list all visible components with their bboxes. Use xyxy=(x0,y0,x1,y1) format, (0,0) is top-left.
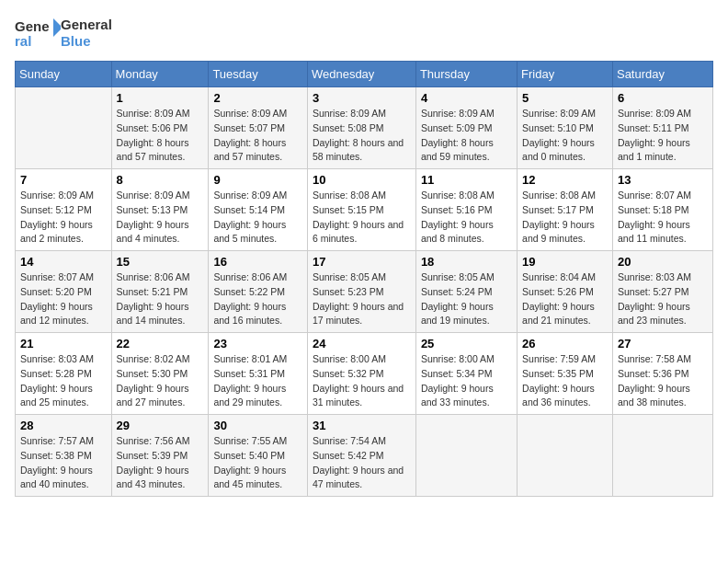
header-cell-monday: Monday xyxy=(111,62,209,87)
day-info: Sunrise: 8:08 AMSunset: 5:16 PMDaylight:… xyxy=(421,189,512,247)
day-number: 2 xyxy=(213,91,302,105)
week-row-2: 7Sunrise: 8:09 AMSunset: 5:12 PMDaylight… xyxy=(16,169,713,251)
day-cell xyxy=(612,415,712,497)
day-cell: 5Sunrise: 8:09 AMSunset: 5:10 PMDaylight… xyxy=(518,87,613,169)
day-cell: 3Sunrise: 8:09 AMSunset: 5:08 PMDaylight… xyxy=(307,87,415,169)
day-info: Sunrise: 8:03 AMSunset: 5:28 PMDaylight:… xyxy=(20,352,107,410)
day-number: 13 xyxy=(618,173,708,187)
day-number: 31 xyxy=(313,419,411,432)
header-cell-tuesday: Tuesday xyxy=(209,62,308,87)
day-info: Sunrise: 8:05 AMSunset: 5:24 PMDaylight:… xyxy=(421,270,512,328)
calendar-body: 1Sunrise: 8:09 AMSunset: 5:06 PMDaylight… xyxy=(16,87,713,497)
day-number: 24 xyxy=(313,337,411,350)
day-cell: 31Sunrise: 7:54 AMSunset: 5:42 PMDayligh… xyxy=(307,415,415,497)
day-number: 7 xyxy=(20,173,107,187)
page-header: Gene ral GeneralBlue xyxy=(15,15,713,52)
header-cell-sunday: Sunday xyxy=(16,62,112,87)
day-cell: 12Sunrise: 8:08 AMSunset: 5:17 PMDayligh… xyxy=(518,169,613,251)
day-number: 25 xyxy=(421,337,512,350)
day-number: 21 xyxy=(20,337,107,350)
day-info: Sunrise: 8:03 AMSunset: 5:27 PMDaylight:… xyxy=(618,270,708,328)
day-info: Sunrise: 8:07 AMSunset: 5:20 PMDaylight:… xyxy=(20,270,107,328)
day-cell: 30Sunrise: 7:55 AMSunset: 5:40 PMDayligh… xyxy=(209,415,308,497)
logo-svg: Gene ral xyxy=(15,15,61,52)
day-cell: 4Sunrise: 8:09 AMSunset: 5:09 PMDaylight… xyxy=(415,87,517,169)
day-cell: 20Sunrise: 8:03 AMSunset: 5:27 PMDayligh… xyxy=(612,251,712,333)
day-number: 22 xyxy=(117,337,204,350)
day-number: 11 xyxy=(421,173,512,187)
day-info: Sunrise: 7:55 AMSunset: 5:40 PMDaylight:… xyxy=(213,434,302,492)
day-number: 12 xyxy=(522,173,608,187)
day-info: Sunrise: 8:08 AMSunset: 5:15 PMDaylight:… xyxy=(313,189,411,247)
day-cell: 25Sunrise: 8:00 AMSunset: 5:34 PMDayligh… xyxy=(415,333,517,415)
day-cell: 13Sunrise: 8:07 AMSunset: 5:18 PMDayligh… xyxy=(612,169,712,251)
day-number: 3 xyxy=(313,91,411,105)
day-number: 9 xyxy=(213,173,302,187)
day-number: 15 xyxy=(117,255,204,269)
day-info: Sunrise: 7:59 AMSunset: 5:35 PMDaylight:… xyxy=(522,352,608,410)
day-cell: 16Sunrise: 8:06 AMSunset: 5:22 PMDayligh… xyxy=(209,251,308,333)
day-number: 17 xyxy=(313,255,411,269)
day-number: 4 xyxy=(421,91,512,105)
day-cell: 19Sunrise: 8:04 AMSunset: 5:26 PMDayligh… xyxy=(518,251,613,333)
day-number: 8 xyxy=(117,173,204,187)
day-number: 18 xyxy=(421,255,512,269)
day-cell: 21Sunrise: 8:03 AMSunset: 5:28 PMDayligh… xyxy=(16,333,112,415)
day-cell: 18Sunrise: 8:05 AMSunset: 5:24 PMDayligh… xyxy=(415,251,517,333)
day-number: 29 xyxy=(117,419,204,432)
day-cell: 17Sunrise: 8:05 AMSunset: 5:23 PMDayligh… xyxy=(307,251,415,333)
day-cell xyxy=(518,415,613,497)
day-info: Sunrise: 8:09 AMSunset: 5:10 PMDaylight:… xyxy=(522,107,608,165)
day-cell: 2Sunrise: 8:09 AMSunset: 5:07 PMDaylight… xyxy=(209,87,308,169)
day-cell: 22Sunrise: 8:02 AMSunset: 5:30 PMDayligh… xyxy=(111,333,209,415)
day-info: Sunrise: 8:06 AMSunset: 5:22 PMDaylight:… xyxy=(213,270,302,328)
day-info: Sunrise: 7:57 AMSunset: 5:38 PMDaylight:… xyxy=(20,434,107,492)
day-info: Sunrise: 8:00 AMSunset: 5:34 PMDaylight:… xyxy=(421,352,512,410)
day-cell: 8Sunrise: 8:09 AMSunset: 5:13 PMDaylight… xyxy=(111,169,209,251)
day-number: 28 xyxy=(20,419,107,432)
day-info: Sunrise: 8:01 AMSunset: 5:31 PMDaylight:… xyxy=(213,352,302,410)
day-number: 10 xyxy=(313,173,411,187)
day-info: Sunrise: 8:09 AMSunset: 5:14 PMDaylight:… xyxy=(213,189,302,247)
week-row-5: 28Sunrise: 7:57 AMSunset: 5:38 PMDayligh… xyxy=(16,415,713,497)
day-info: Sunrise: 8:07 AMSunset: 5:18 PMDaylight:… xyxy=(618,189,708,247)
day-number: 30 xyxy=(213,419,302,432)
svg-marker-2 xyxy=(53,18,61,37)
week-row-1: 1Sunrise: 8:09 AMSunset: 5:06 PMDaylight… xyxy=(16,87,713,169)
week-row-3: 14Sunrise: 8:07 AMSunset: 5:20 PMDayligh… xyxy=(16,251,713,333)
day-cell: 11Sunrise: 8:08 AMSunset: 5:16 PMDayligh… xyxy=(415,169,517,251)
day-info: Sunrise: 8:09 AMSunset: 5:11 PMDaylight:… xyxy=(618,107,708,165)
day-info: Sunrise: 8:06 AMSunset: 5:21 PMDaylight:… xyxy=(117,270,204,328)
day-info: Sunrise: 8:09 AMSunset: 5:13 PMDaylight:… xyxy=(117,189,204,247)
header-cell-saturday: Saturday xyxy=(612,62,712,87)
day-info: Sunrise: 8:05 AMSunset: 5:23 PMDaylight:… xyxy=(313,270,411,328)
calendar-header: SundayMondayTuesdayWednesdayThursdayFrid… xyxy=(16,62,713,87)
day-cell: 23Sunrise: 8:01 AMSunset: 5:31 PMDayligh… xyxy=(209,333,308,415)
day-cell: 27Sunrise: 7:58 AMSunset: 5:36 PMDayligh… xyxy=(612,333,712,415)
day-info: Sunrise: 7:54 AMSunset: 5:42 PMDaylight:… xyxy=(313,434,411,492)
day-cell xyxy=(415,415,517,497)
header-cell-wednesday: Wednesday xyxy=(307,62,415,87)
day-number: 19 xyxy=(522,255,608,269)
day-cell: 28Sunrise: 7:57 AMSunset: 5:38 PMDayligh… xyxy=(16,415,112,497)
day-info: Sunrise: 7:56 AMSunset: 5:39 PMDaylight:… xyxy=(117,434,204,492)
calendar-table: SundayMondayTuesdayWednesdayThursdayFrid… xyxy=(15,61,713,497)
header-cell-friday: Friday xyxy=(518,62,613,87)
header-row: SundayMondayTuesdayWednesdayThursdayFrid… xyxy=(16,62,713,87)
day-number: 6 xyxy=(618,91,708,105)
day-info: Sunrise: 8:02 AMSunset: 5:30 PMDaylight:… xyxy=(117,352,204,410)
header-cell-thursday: Thursday xyxy=(415,62,517,87)
day-info: Sunrise: 8:09 AMSunset: 5:08 PMDaylight:… xyxy=(313,107,411,165)
day-number: 1 xyxy=(117,91,204,105)
day-cell: 15Sunrise: 8:06 AMSunset: 5:21 PMDayligh… xyxy=(111,251,209,333)
day-info: Sunrise: 8:00 AMSunset: 5:32 PMDaylight:… xyxy=(313,352,411,410)
day-cell: 10Sunrise: 8:08 AMSunset: 5:15 PMDayligh… xyxy=(307,169,415,251)
day-number: 16 xyxy=(213,255,302,269)
day-info: Sunrise: 8:09 AMSunset: 5:12 PMDaylight:… xyxy=(20,189,107,247)
day-cell: 24Sunrise: 8:00 AMSunset: 5:32 PMDayligh… xyxy=(307,333,415,415)
day-number: 14 xyxy=(20,255,107,269)
day-info: Sunrise: 8:08 AMSunset: 5:17 PMDaylight:… xyxy=(522,189,608,247)
day-number: 27 xyxy=(618,337,708,350)
logo-name: GeneralBlue xyxy=(61,17,112,50)
day-info: Sunrise: 8:09 AMSunset: 5:06 PMDaylight:… xyxy=(117,107,204,165)
